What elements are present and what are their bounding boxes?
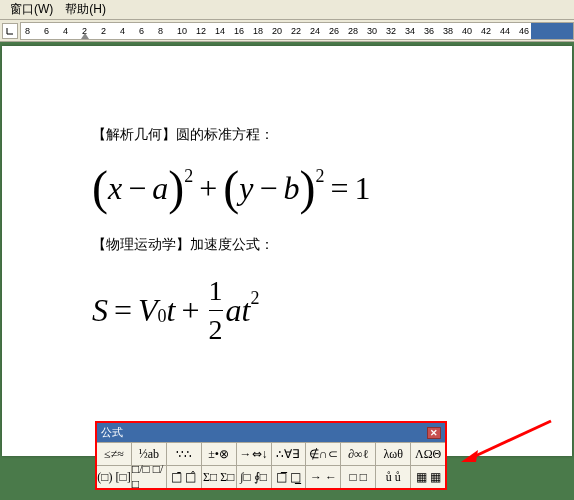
tab-align-button[interactable] (2, 23, 18, 39)
close-icon[interactable]: ✕ (427, 427, 441, 439)
section-title-physics: 【物理运动学】加速度公式： (92, 236, 532, 254)
ruler-number: 12 (196, 26, 206, 36)
ruler-area: 8642246810121416182022242628303234363840… (0, 20, 574, 42)
ruler-number: 14 (215, 26, 225, 36)
menu-bar: 窗口(W) 帮助(H) (0, 0, 574, 20)
ruler-number: 8 (25, 26, 30, 36)
toolbar-cell[interactable]: ΛΩΘ (411, 443, 445, 465)
toolbar-cell[interactable]: ≤≠≈ (97, 443, 132, 465)
ruler-number: 34 (405, 26, 415, 36)
formula-toolbar: 公式 ✕ ≤≠≈½ab∵∴±•⊗→⇔↓∴∀∃∉∩⊂∂∞ℓλωθΛΩΘ (□) [… (95, 421, 447, 490)
toolbar-cell[interactable]: □/□ □/□ (132, 466, 167, 488)
ruler-number: 40 (462, 26, 472, 36)
ruler-number: 20 (272, 26, 282, 36)
toolbar-cell[interactable]: ∉∩⊂ (306, 443, 341, 465)
menu-window[interactable]: 窗口(W) (4, 0, 59, 20)
toolbar-titlebar[interactable]: 公式 ✕ (97, 423, 445, 442)
left-margin-marker[interactable] (81, 33, 89, 39)
toolbar-cell[interactable]: ∫□ ∮□ (237, 466, 272, 488)
ruler-number: 32 (386, 26, 396, 36)
ruler-number: 16 (234, 26, 244, 36)
ruler-number: 10 (177, 26, 187, 36)
ruler-number: 22 (291, 26, 301, 36)
ruler-number: 28 (348, 26, 358, 36)
ruler-number: 38 (443, 26, 453, 36)
ruler-number: 6 (44, 26, 49, 36)
toolbar-cell[interactable]: (□) [□] (97, 466, 132, 488)
page: 【解析几何】圆的标准方程： ( x − a ) 2 + ( y − b ) 2 … (2, 46, 572, 456)
ruler-number: 44 (500, 26, 510, 36)
section-title-geometry: 【解析几何】圆的标准方程： (92, 126, 532, 144)
ruler-highlight (531, 23, 573, 39)
ruler-number: 18 (253, 26, 263, 36)
ruler-number: 26 (329, 26, 339, 36)
formula-circle: ( x − a ) 2 + ( y − b ) 2 = 1 (92, 164, 532, 212)
ruler-number: 6 (139, 26, 144, 36)
toolbar-cell[interactable]: ▦ ▦ (411, 466, 445, 488)
ruler-number: 36 (424, 26, 434, 36)
document-area: 【解析几何】圆的标准方程： ( x − a ) 2 + ( y − b ) 2 … (0, 46, 574, 500)
toolbar-cell[interactable]: □̄ □̂ (167, 466, 202, 488)
toolbar-cell[interactable]: ∵∴ (167, 443, 202, 465)
toolbar-cell[interactable]: □ □ (341, 466, 376, 488)
ruler-number: 30 (367, 26, 377, 36)
horizontal-ruler[interactable]: 8642246810121416182022242628303234363840… (20, 22, 574, 40)
toolbar-cell[interactable]: ±•⊗ (202, 443, 237, 465)
ruler-number: 46 (519, 26, 529, 36)
formula-kinematics: S = V 0 t + 1 2 a t 2 (92, 274, 532, 346)
toolbar-cell[interactable]: → ← (306, 466, 341, 488)
toolbar-cell[interactable]: □̅ □̲ (272, 466, 307, 488)
toolbar-cell[interactable]: ∂∞ℓ (341, 443, 376, 465)
ruler-number: 4 (120, 26, 125, 36)
ruler-number: 4 (63, 26, 68, 36)
ruler-number: 24 (310, 26, 320, 36)
toolbar-cell[interactable]: λωθ (376, 443, 411, 465)
toolbar-cell[interactable]: ∴∀∃ (272, 443, 307, 465)
menu-help[interactable]: 帮助(H) (59, 0, 112, 20)
toolbar-title-text: 公式 (101, 425, 123, 440)
toolbar-row-2: (□) [□]□/□ □/□□̄ □̂Σ□ Σ□∫□ ∮□□̅ □̲→ ←□ □… (97, 465, 445, 488)
ruler-number: 2 (101, 26, 106, 36)
toolbar-cell[interactable]: ů ů (376, 466, 411, 488)
ruler-number: 8 (158, 26, 163, 36)
toolbar-cell[interactable]: →⇔↓ (237, 443, 272, 465)
ruler-number: 42 (481, 26, 491, 36)
toolbar-cell[interactable]: Σ□ Σ□ (202, 466, 237, 488)
